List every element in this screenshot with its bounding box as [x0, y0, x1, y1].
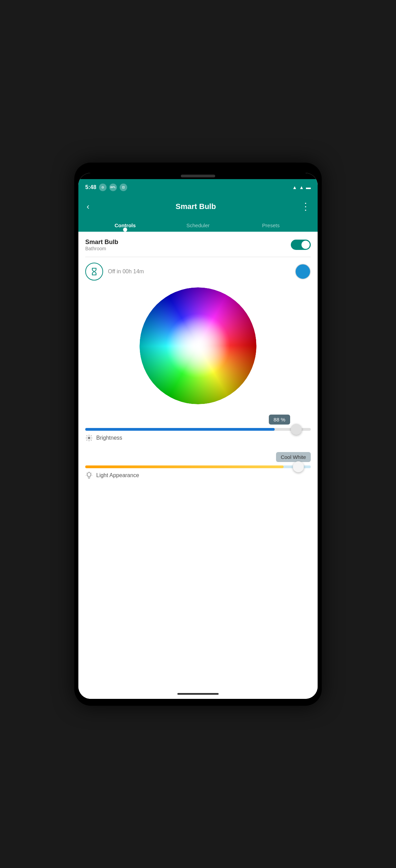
home-pill — [177, 693, 219, 695]
lightbulb-icon — [85, 472, 93, 479]
status-right: ▲ ▲ ▬ — [292, 185, 311, 190]
timer-text: Off in 00h 14m — [108, 268, 144, 275]
svg-line-5 — [87, 435, 87, 436]
color-wheel-container — [85, 287, 311, 404]
app-icon-1: ⊙ — [99, 184, 107, 191]
phone-screen: 5:48 ⊙ BPL ⊡ ▲ ▲ ▬ ‹ Smart Bulb ⋮ Contro… — [78, 173, 318, 699]
brightness-label: Brightness — [85, 434, 311, 442]
main-content: Smart Bulb Bathroom Off in 00h 14m — [78, 232, 318, 689]
phone-frame: 5:48 ⊙ BPL ⊡ ▲ ▲ ▬ ‹ Smart Bulb ⋮ Contro… — [74, 163, 322, 706]
svg-line-7 — [87, 440, 87, 440]
page-title: Smart Bulb — [91, 202, 301, 211]
brightness-label-text: Brightness — [96, 435, 122, 441]
appearance-slider-track[interactable] — [85, 465, 311, 468]
notch-bar — [78, 173, 318, 179]
brightness-slider-thumb[interactable] — [291, 424, 302, 435]
signal-icon: ▲ — [299, 185, 304, 190]
brightness-slider-track[interactable] — [85, 428, 311, 431]
tab-bar: Controls Scheduler Presets — [85, 218, 311, 232]
timer-row: Off in 00h 14m — [85, 263, 311, 281]
current-color-circle[interactable] — [295, 264, 311, 279]
appearance-label: Light Appearance — [85, 472, 311, 479]
appearance-slider-fill — [85, 465, 284, 468]
status-time: 5:48 — [85, 184, 96, 190]
appearance-slider-thumb[interactable] — [293, 461, 304, 472]
power-toggle[interactable] — [291, 240, 311, 250]
status-left: 5:48 ⊙ BPL ⊡ — [85, 184, 127, 191]
header-row: ‹ Smart Bulb ⋮ — [85, 200, 311, 218]
svg-line-11 — [91, 473, 91, 473]
status-bar: 5:48 ⊙ BPL ⊡ ▲ ▲ ▬ — [78, 179, 318, 196]
timer-left: Off in 00h 14m — [85, 263, 144, 281]
svg-line-8 — [91, 435, 91, 436]
device-location: Bathroom — [85, 246, 118, 251]
wifi-icon: ▲ — [292, 185, 297, 190]
sun-icon — [85, 434, 93, 442]
appearance-tooltip: Cool White — [276, 452, 311, 462]
device-name: Smart Bulb — [85, 239, 118, 246]
battery-icon: ▬ — [306, 185, 311, 190]
appearance-label-text: Light Appearance — [96, 472, 139, 479]
tab-controls[interactable]: Controls — [89, 218, 162, 232]
svg-line-10 — [87, 473, 87, 473]
app-header: ‹ Smart Bulb ⋮ Controls Scheduler Preset… — [78, 196, 318, 232]
home-bar — [78, 689, 318, 699]
device-info: Smart Bulb Bathroom — [85, 239, 118, 251]
appearance-section: Cool White — [85, 452, 311, 479]
back-button[interactable]: ‹ — [85, 200, 91, 213]
svg-line-6 — [91, 440, 91, 440]
app-icon-3: ⊡ — [120, 184, 127, 191]
timer-icon[interactable] — [85, 263, 103, 281]
tab-presets[interactable]: Presets — [234, 218, 307, 232]
brightness-section: 88 % — [85, 415, 311, 442]
appearance-slider-wrapper — [85, 465, 311, 468]
color-wheel[interactable] — [140, 287, 256, 404]
tab-scheduler[interactable]: Scheduler — [162, 218, 234, 232]
notch-pill — [181, 175, 215, 177]
svg-point-0 — [88, 437, 90, 439]
brightness-slider-fill — [85, 428, 275, 431]
app-icon-2: BPL — [109, 184, 117, 191]
more-button[interactable]: ⋮ — [301, 202, 311, 211]
brightness-tooltip: 88 % — [269, 415, 290, 425]
device-row: Smart Bulb Bathroom — [85, 239, 311, 257]
brightness-slider-wrapper — [85, 428, 311, 431]
